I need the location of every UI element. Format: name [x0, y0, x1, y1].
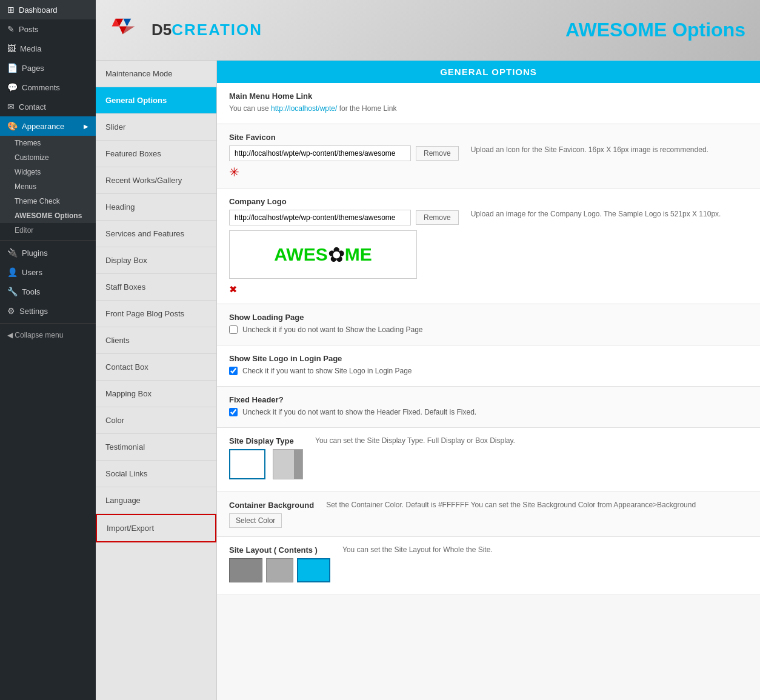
logo-login-checkbox-label: Check it if you want to show Site Logo i…	[242, 367, 412, 375]
nav-item-featured-boxes[interactable]: Featured Boxes	[96, 141, 216, 167]
appearance-chevron-icon: ▶	[84, 123, 88, 130]
sidebar-item-tools[interactable]: 🔧 Tools	[0, 282, 96, 301]
sidebar-item-pages[interactable]: 📄 Pages	[0, 58, 96, 78]
loading-title: Show Loading Page	[229, 313, 748, 322]
site-layout-hint: You can set the Site Layout for Whole th…	[342, 545, 748, 554]
logo-input[interactable]	[229, 210, 411, 225]
logo-preview-flower-icon: ✿	[328, 242, 345, 267]
nav-item-staff-boxes[interactable]: Staff Boxes	[96, 274, 216, 301]
fixed-header-title: Fixed Header?	[229, 395, 748, 404]
nav-item-clients[interactable]: Clients	[96, 327, 216, 354]
left-nav: Maintenance Mode General Options Slider …	[96, 61, 217, 700]
logo-left: Remove AWES ✿ ME ✖	[229, 210, 459, 295]
layout-row	[229, 558, 330, 582]
display-box-side	[294, 450, 302, 479]
right-content: GENERAL OPTIONS Main Menu Home Link You …	[217, 61, 760, 700]
logo-d5: D5	[152, 21, 172, 39]
sidebar-item-menus[interactable]: Menus	[0, 179, 96, 194]
sidebar-item-themes[interactable]: Themes	[0, 136, 96, 150]
tools-icon: 🔧	[7, 287, 18, 296]
nav-item-contact-box[interactable]: Contact Box	[96, 354, 216, 381]
nav-item-general-options[interactable]: General Options	[96, 87, 216, 114]
favicon-input[interactable]	[229, 145, 411, 161]
option-company-logo: Company Logo Remove AWES ✿ ME	[217, 188, 760, 304]
site-display-hint: You can set the Site Display Type. Full …	[315, 436, 748, 445]
sidebar-item-customize[interactable]: Customize	[0, 150, 96, 165]
logo-preview-text-1: AWES	[274, 244, 327, 265]
nav-item-language[interactable]: Language	[96, 487, 216, 514]
nav-item-social-links[interactable]: Social Links	[96, 461, 216, 487]
logo-delete-icon[interactable]: ✖	[229, 284, 459, 295]
d5-logo-icon	[110, 15, 147, 45]
sidebar-divider-2	[0, 323, 96, 324]
sidebar-item-appearance[interactable]: 🎨 Appearance ▶	[0, 116, 96, 136]
collapse-menu[interactable]: ◀ Collapse menu	[0, 326, 96, 344]
favicon-remove-button[interactable]: Remove	[416, 146, 459, 161]
main-menu-title: Main Menu Home Link	[229, 92, 748, 101]
main-menu-link[interactable]: http://localhost/wpte/	[271, 104, 337, 113]
sidebar-item-media[interactable]: 🖼 Media	[0, 39, 96, 58]
logo-text: D5CREATION	[152, 21, 262, 39]
users-icon: 👤	[7, 267, 18, 277]
nav-item-services[interactable]: Services and Features	[96, 221, 216, 247]
content-body: Main Menu Home Link You can use http://l…	[217, 83, 760, 595]
nav-item-front-page-blog[interactable]: Front Page Blog Posts	[96, 301, 216, 327]
logo-creation: CREATION	[172, 21, 262, 39]
layout-box-2[interactable]	[266, 558, 293, 582]
comments-icon: 💬	[7, 82, 18, 92]
appearance-submenu: Themes Customize Widgets Menus Theme Che…	[0, 136, 96, 223]
layout-box-1[interactable]	[229, 558, 262, 582]
logo-hint: Upload an image for the Company Logo. Th…	[471, 210, 748, 218]
nav-item-slider[interactable]: Slider	[96, 114, 216, 141]
sidebar-item-users[interactable]: 👤 Users	[0, 262, 96, 282]
nav-item-heading[interactable]: Heading	[96, 194, 216, 221]
nav-item-mapping-box[interactable]: Mapping Box	[96, 381, 216, 407]
display-box-button[interactable]	[273, 449, 303, 479]
select-color-button[interactable]: Select Color	[229, 513, 282, 528]
logo-login-checkbox-row: Check it if you want to show Site Logo i…	[229, 367, 748, 375]
nav-item-testimonial[interactable]: Testimonial	[96, 434, 216, 461]
favicon-input-row: Remove	[229, 145, 459, 161]
logo-two-col: Remove AWES ✿ ME ✖ Upload an image for t…	[229, 210, 748, 295]
logo-area: D5CREATION	[110, 15, 262, 45]
logo-preview: AWES ✿ ME	[229, 230, 417, 279]
site-layout-two-col: Site Layout ( Contents ) You can set the…	[229, 545, 748, 586]
site-display-left: Site Display Type	[229, 436, 303, 483]
sidebar-item-settings[interactable]: ⚙ Settings	[0, 301, 96, 321]
favicon-two-col: Remove ✳ Upload an Icon for the Site Fav…	[229, 145, 748, 179]
sidebar-item-theme-check[interactable]: Theme Check	[0, 194, 96, 208]
favicon-hint: Upload an Icon for the Site Favicon. 16p…	[471, 145, 748, 154]
option-main-menu: Main Menu Home Link You can use http://l…	[217, 83, 760, 124]
favicon-icon: ✳	[229, 165, 239, 179]
favicon-preview: ✳	[229, 165, 459, 179]
display-type-row	[229, 449, 303, 479]
logo-login-checkbox[interactable]	[229, 367, 238, 375]
sidebar-item-comments[interactable]: 💬 Comments	[0, 78, 96, 97]
option-fixed-header: Fixed Header? Uncheck it if you do not w…	[217, 387, 760, 428]
nav-item-display-box[interactable]: Display Box	[96, 247, 216, 274]
loading-checkbox[interactable]	[229, 325, 238, 334]
sidebar-item-dashboard[interactable]: ⊞ Dashboard	[0, 0, 96, 19]
logo-remove-button[interactable]: Remove	[416, 210, 459, 225]
favicon-left: Remove ✳	[229, 145, 459, 179]
display-full-button[interactable]	[229, 449, 265, 479]
layout-box-3[interactable]	[297, 558, 330, 582]
nav-item-maintenance[interactable]: Maintenance Mode	[96, 61, 216, 87]
sidebar-item-posts[interactable]: ✎ Posts	[0, 19, 96, 39]
sidebar-item-contact[interactable]: ✉ Contact	[0, 97, 96, 116]
logo-input-row: Remove	[229, 210, 459, 225]
sidebar-item-plugins[interactable]: 🔌 Plugins	[0, 243, 96, 262]
nav-item-recent-works[interactable]: Recent Works/Gallery	[96, 167, 216, 194]
loading-checkbox-row: Uncheck it if you do not want to Show th…	[229, 325, 748, 334]
container-bg-two-col: Container Background Select Color Set th…	[229, 501, 748, 528]
sidebar-item-awesome-options[interactable]: AWESOME Options	[0, 208, 96, 223]
nav-item-color[interactable]: Color	[96, 407, 216, 434]
sidebar-item-editor[interactable]: Editor	[0, 223, 96, 238]
sidebar-item-widgets[interactable]: Widgets	[0, 165, 96, 179]
nav-item-import-export[interactable]: Import/Export	[96, 514, 216, 542]
svg-marker-1	[123, 18, 131, 26]
main-menu-desc: You can use http://localhost/wpte/ for t…	[229, 104, 748, 113]
logo-preview-text-2: ME	[345, 244, 372, 265]
fixed-header-checkbox[interactable]	[229, 408, 238, 416]
loading-checkbox-label: Uncheck it if you do not want to Show th…	[242, 325, 423, 334]
